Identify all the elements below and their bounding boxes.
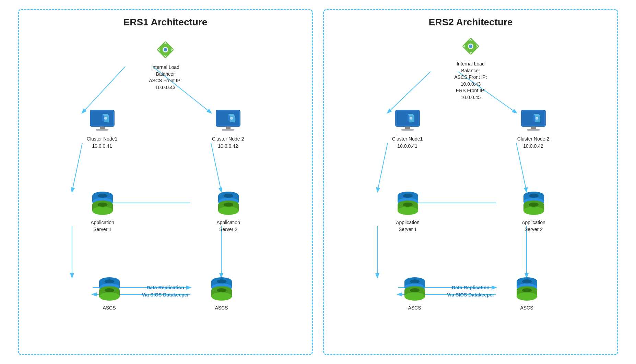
ers1-app1-icon	[87, 188, 118, 217]
ers1-app1-label: ApplicationServer 1	[91, 219, 114, 233]
ers1-ascs1: ASCS	[94, 274, 125, 311]
ers2-app1: ApplicationServer 1	[392, 188, 423, 233]
ers2-app-section: ApplicationServer 1 ApplicationServer 2	[324, 188, 617, 233]
ers2-title: ERS2 Architecture	[429, 17, 513, 28]
ers2-cluster-section: Cluster Node110.0.0.41 Cluster Node 210.…	[324, 109, 617, 150]
ers2-node1-icon	[394, 109, 421, 133]
svg-rect-18	[100, 126, 105, 129]
svg-rect-19	[96, 129, 108, 131]
svg-point-107	[410, 279, 420, 283]
ers2-app1-icon	[392, 188, 423, 217]
svg-rect-27	[222, 129, 234, 131]
ers1-app2-label: ApplicationServer 2	[216, 219, 240, 233]
svg-point-118	[517, 292, 537, 301]
ers1-lb-label: Internal LoadBalancerASCS Front IP:10.0.…	[149, 64, 182, 91]
ers2-box: ERS2 Architecture	[323, 9, 618, 355]
svg-point-58	[211, 292, 232, 301]
ers1-lb: Internal LoadBalancerASCS Front IP:10.0.…	[149, 37, 182, 91]
ers1-node1: Cluster Node110.0.0.41	[87, 109, 118, 150]
svg-point-17	[104, 117, 107, 120]
ers2-ascs1: ASCS	[399, 274, 430, 311]
ers1-cluster-section: Cluster Node110.0.0.41 Cluster Node 210.…	[19, 109, 312, 150]
svg-line-60	[388, 72, 431, 113]
ers1-node1-icon	[89, 109, 116, 133]
ers2-node2-label: Cluster Node 210.0.0.42	[517, 135, 549, 150]
ers2-app2: ApplicationServer 2	[518, 188, 549, 233]
svg-point-94	[398, 207, 418, 215]
svg-line-62	[377, 143, 388, 192]
svg-point-102	[523, 207, 544, 215]
ers2-app1-label: ApplicationServer 1	[396, 219, 420, 233]
svg-rect-26	[226, 126, 231, 129]
svg-point-31	[98, 194, 107, 198]
svg-point-111	[410, 288, 420, 292]
svg-point-77	[410, 117, 412, 120]
ers1-ascs2: ASCS	[206, 274, 237, 311]
ers1-node2-icon	[214, 109, 242, 133]
main-container: ERS1 Architecture	[0, 0, 636, 364]
ers2-ascs1-label: ASCS	[408, 305, 421, 311]
ers2-ascs2-label: ASCS	[520, 305, 533, 311]
svg-point-35	[98, 203, 107, 207]
ers1-node1-label: Cluster Node110.0.0.41	[87, 135, 118, 150]
ers1-ascs1-label: ASCS	[103, 305, 116, 311]
ers1-ascs-section: ASCS ASCS	[19, 274, 312, 311]
ers2-ascs-section: ASCS ASCS	[324, 274, 617, 311]
svg-point-11	[164, 48, 167, 51]
ers1-app2: ApplicationServer 2	[213, 188, 244, 233]
ers2-node2: Cluster Node 210.0.0.42	[517, 109, 549, 150]
svg-point-115	[522, 279, 532, 283]
svg-point-43	[224, 203, 233, 207]
ers1-ascs1-icon	[94, 274, 125, 303]
svg-point-71	[469, 45, 472, 48]
svg-line-2	[72, 143, 82, 192]
ers2-app2-label: ApplicationServer 2	[522, 219, 545, 233]
svg-point-91	[403, 194, 413, 198]
ers1-ascs2-label: ASCS	[215, 305, 228, 311]
svg-point-103	[529, 203, 539, 207]
svg-point-39	[224, 194, 233, 198]
ers2-lb: Internal LoadBalancerASCS Front IP:10.0.…	[454, 34, 487, 101]
svg-rect-79	[401, 129, 414, 131]
ers2-app2-icon	[518, 188, 549, 217]
svg-rect-87	[527, 129, 540, 131]
ers1-app-section: ApplicationServer 1 ApplicationServer 2	[19, 188, 312, 233]
ers1-lb-icon	[153, 37, 178, 62]
svg-point-51	[105, 288, 114, 292]
ers1-app1: ApplicationServer 1	[87, 188, 118, 233]
svg-point-47	[105, 279, 114, 283]
ers2-ascs2: ASCS	[511, 274, 542, 311]
svg-point-50	[99, 292, 120, 301]
ers2-node2-icon	[520, 109, 547, 133]
svg-point-85	[535, 117, 538, 120]
ers1-app2-icon	[213, 188, 244, 217]
ers2-node1-label: Cluster Node110.0.0.41	[392, 135, 423, 150]
ers1-ascs2-icon	[206, 274, 237, 303]
ers1-box: ERS1 Architecture	[18, 9, 313, 355]
svg-point-119	[522, 288, 532, 292]
svg-line-0	[82, 66, 125, 113]
ers1-node2-label: Cluster Node 210.0.0.42	[212, 135, 244, 150]
ers1-title: ERS1 Architecture	[123, 17, 208, 28]
svg-rect-78	[405, 126, 410, 129]
svg-point-95	[403, 203, 413, 207]
svg-point-59	[217, 288, 226, 292]
ers2-lb-icon	[458, 34, 483, 59]
ers2-ascs2-icon	[511, 274, 542, 303]
svg-point-34	[92, 207, 113, 215]
svg-point-110	[404, 292, 425, 301]
svg-line-3	[211, 143, 221, 192]
svg-line-63	[516, 143, 527, 192]
svg-point-55	[217, 279, 226, 283]
svg-point-25	[230, 117, 233, 120]
svg-point-99	[529, 194, 539, 198]
ers2-lb-label: Internal LoadBalancerASCS Front IP:10.0.…	[454, 61, 487, 101]
svg-point-42	[218, 207, 239, 215]
ers2-node1: Cluster Node110.0.0.41	[392, 109, 423, 150]
ers1-node2: Cluster Node 210.0.0.42	[212, 109, 244, 150]
svg-rect-86	[531, 126, 536, 129]
ers2-ascs1-icon	[399, 274, 430, 303]
